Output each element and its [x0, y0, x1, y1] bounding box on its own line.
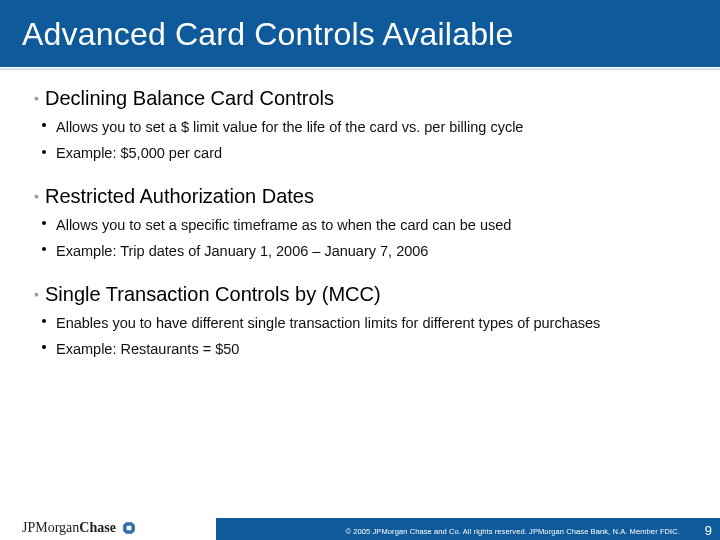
page-number: 9 — [705, 523, 712, 538]
brand-jp: JPMorgan — [22, 520, 79, 535]
bullet-text: Allows you to set a specific timeframe a… — [56, 217, 511, 233]
section-declining-balance: ▪Declining Balance Card Controls Allows … — [34, 85, 686, 165]
brand-chase: Chase — [79, 520, 116, 535]
slide: Advanced Card Controls Available ▪Declin… — [0, 0, 720, 540]
svg-rect-1 — [127, 526, 132, 531]
bullet-square-icon: ▪ — [34, 286, 39, 302]
section-heading: ▪Restricted Authorization Dates — [34, 183, 686, 210]
list-item: Allows you to set a $ limit value for th… — [34, 116, 686, 138]
bullet-dot-icon — [42, 345, 46, 349]
bullet-dot-icon — [42, 150, 46, 154]
bullet-text: Example: $5,000 per card — [56, 145, 222, 161]
bullet-dot-icon — [42, 221, 46, 225]
bullet-text: Enables you to have different single tra… — [56, 315, 600, 331]
section-heading-text: Single Transaction Controls by (MCC) — [45, 283, 381, 305]
footer: JPMorganChase © 2005 JPMorgan Chase and … — [0, 508, 720, 540]
bullet-text: Example: Restaurants = $50 — [56, 341, 239, 357]
bullet-dot-icon — [42, 123, 46, 127]
section-restricted-dates: ▪Restricted Authorization Dates Allows y… — [34, 183, 686, 263]
section-heading: ▪Single Transaction Controls by (MCC) — [34, 281, 686, 308]
section-heading: ▪Declining Balance Card Controls — [34, 85, 686, 112]
list-item: Example: Trip dates of January 1, 2006 –… — [34, 240, 686, 262]
section-single-transaction: ▪Single Transaction Controls by (MCC) En… — [34, 281, 686, 361]
section-heading-text: Declining Balance Card Controls — [45, 87, 334, 109]
section-bullets: Enables you to have different single tra… — [34, 312, 686, 361]
content-body: ▪Declining Balance Card Controls Allows … — [0, 67, 720, 361]
section-bullets: Allows you to set a $ limit value for th… — [34, 116, 686, 165]
list-item: Allows you to set a specific timeframe a… — [34, 214, 686, 236]
bullet-square-icon: ▪ — [34, 188, 39, 204]
bullet-dot-icon — [42, 247, 46, 251]
brand-logo: JPMorganChase — [22, 520, 136, 536]
page-title: Advanced Card Controls Available — [0, 0, 720, 67]
bullet-text: Allows you to set a $ limit value for th… — [56, 119, 523, 135]
bullet-square-icon: ▪ — [34, 90, 39, 106]
octagon-icon — [122, 521, 136, 535]
list-item: Example: Restaurants = $50 — [34, 338, 686, 360]
list-item: Example: $5,000 per card — [34, 142, 686, 164]
bullet-dot-icon — [42, 319, 46, 323]
section-bullets: Allows you to set a specific timeframe a… — [34, 214, 686, 263]
brand-text: JPMorganChase — [22, 520, 116, 536]
copyright-text: © 2005 JPMorgan Chase and Co. All rights… — [345, 527, 680, 536]
bullet-text: Example: Trip dates of January 1, 2006 –… — [56, 243, 428, 259]
list-item: Enables you to have different single tra… — [34, 312, 686, 334]
section-heading-text: Restricted Authorization Dates — [45, 185, 314, 207]
